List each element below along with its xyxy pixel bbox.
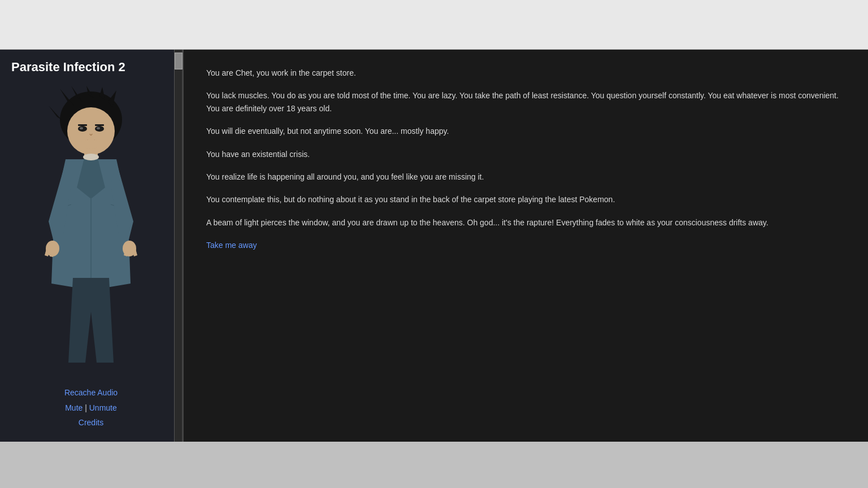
take-me-away-link[interactable]: Take me away bbox=[206, 241, 257, 250]
unmute-link[interactable]: Unmute bbox=[89, 403, 117, 412]
character-illustration bbox=[23, 86, 159, 363]
svg-point-11 bbox=[80, 127, 83, 129]
controls-area: Recache Audio Mute | Unmute Credits bbox=[64, 385, 118, 442]
action-paragraph: Take me away bbox=[206, 239, 845, 251]
story-paragraph-4: You have an existential crisis. bbox=[206, 148, 845, 160]
game-title: Parasite Infection 2 bbox=[0, 50, 182, 80]
credits-link[interactable]: Credits bbox=[64, 415, 118, 430]
svg-rect-14 bbox=[95, 124, 104, 126]
story-paragraph-1: You are Chet, you work in the carpet sto… bbox=[206, 67, 845, 79]
story-paragraph-3: You will die eventually, but not anytime… bbox=[206, 125, 845, 137]
story-paragraph-6: You contemplate this, but do nothing abo… bbox=[206, 193, 845, 206]
svg-point-18 bbox=[83, 154, 99, 160]
main-container: Parasite Infection 2 bbox=[0, 50, 868, 442]
scrollbar[interactable] bbox=[174, 50, 182, 442]
story-paragraph-7: A beam of light pierces the window, and … bbox=[206, 216, 845, 229]
story-paragraph-2: You lack muscles. You do as you are told… bbox=[206, 89, 845, 115]
svg-marker-6 bbox=[49, 106, 62, 120]
bottom-bar bbox=[0, 442, 868, 464]
separator: | bbox=[85, 403, 87, 412]
svg-point-12 bbox=[97, 127, 100, 129]
recache-audio-link[interactable]: Recache Audio bbox=[64, 385, 118, 400]
right-panel: You are Chet, you work in the carpet sto… bbox=[184, 50, 868, 442]
browser-chrome bbox=[0, 0, 868, 50]
mute-link[interactable]: Mute bbox=[65, 403, 83, 412]
character-area bbox=[0, 80, 182, 385]
left-panel: Parasite Infection 2 bbox=[0, 50, 184, 442]
mute-unmute-line: Mute | Unmute bbox=[64, 400, 118, 416]
scrollbar-thumb[interactable] bbox=[175, 53, 183, 69]
svg-point-15 bbox=[80, 140, 102, 149]
svg-rect-13 bbox=[78, 124, 87, 126]
story-paragraph-5: You realize life is happening all around… bbox=[206, 171, 845, 183]
